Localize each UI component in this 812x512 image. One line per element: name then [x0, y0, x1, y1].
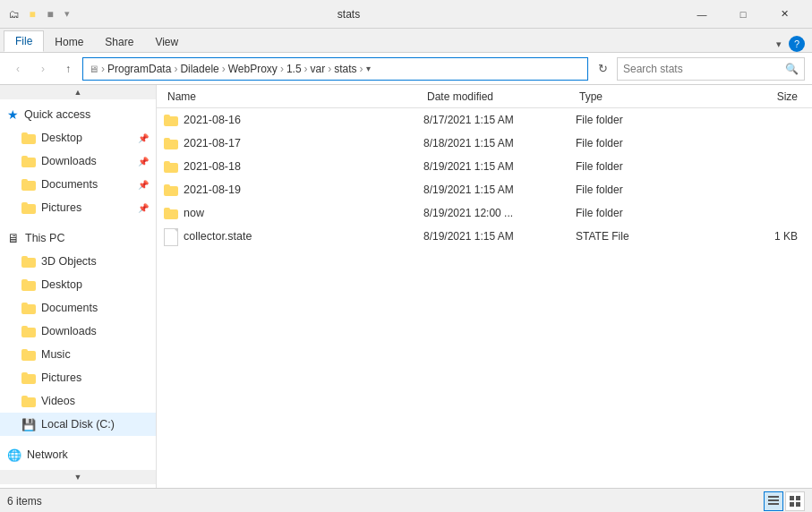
file-name-cell: 2021-08-18	[164, 160, 423, 173]
pin-icon: 📌	[138, 203, 149, 213]
folder-icon	[21, 201, 36, 214]
tab-view[interactable]: View	[144, 32, 189, 52]
minimize-button[interactable]: —	[681, 0, 722, 29]
folder-icon	[164, 114, 178, 126]
ribbon: File Home Share View ▾ ?	[0, 29, 812, 53]
sidebar-label: Videos	[41, 395, 75, 407]
file-date-cell: 8/19/2021 12:00 ...	[423, 207, 576, 219]
sidebar-item-pictures-quick[interactable]: Pictures 📌	[0, 196, 156, 219]
sidebar-item-documents-quick[interactable]: Documents 📌	[0, 173, 156, 196]
close-button[interactable]: ✕	[764, 0, 805, 29]
details-view-button[interactable]	[764, 491, 783, 511]
folder-icon	[21, 255, 36, 268]
address-path[interactable]: 🖥 › ProgramData › Diladele › WebProxy › …	[82, 57, 588, 81]
sidebar-item-desktop-quick[interactable]: Desktop 📌	[0, 126, 156, 149]
path-segment-1[interactable]: Diladele	[180, 63, 218, 75]
sidebar-item-downloads-quick[interactable]: Downloads 📌	[0, 149, 156, 173]
file-name-cell: now	[164, 207, 423, 219]
file-name-cell: 2021-08-16	[164, 114, 423, 126]
tab-home[interactable]: Home	[44, 32, 94, 52]
large-icons-view-button[interactable]	[785, 491, 805, 511]
path-segment-2[interactable]: WebProxy	[228, 63, 278, 75]
sidebar-scroll-down[interactable]: ▼	[0, 470, 157, 484]
sidebar-quick-access-label: Quick access	[24, 108, 90, 121]
path-segment-3[interactable]: 1.5	[286, 63, 302, 75]
col-header-type[interactable]: Type	[576, 90, 692, 103]
network-icon: 🌐	[7, 448, 21, 462]
table-row[interactable]: collector.state 8/19/2021 1:15 AM STATE …	[157, 225, 812, 248]
sidebar-item-desktop-pc[interactable]: Desktop	[0, 273, 156, 296]
path-segment-0[interactable]: ProgramData	[107, 63, 171, 75]
up-button[interactable]: ↑	[57, 58, 79, 80]
quick-access-icon: ★	[7, 107, 19, 122]
window-title: stats	[16, 8, 681, 21]
maximize-button[interactable]: □	[722, 0, 764, 29]
path-dropdown-arrow[interactable]: ▾	[366, 64, 371, 73]
window-controls: — □ ✕	[681, 0, 805, 29]
details-view-icon	[767, 495, 780, 508]
folder-icon	[21, 155, 36, 167]
path-root-icon: 🖥	[89, 64, 98, 74]
sidebar-label: Documents	[41, 178, 98, 191]
sidebar-item-documents-pc[interactable]: Documents	[0, 296, 156, 320]
file-date-cell: 8/19/2021 1:15 AM	[423, 160, 576, 173]
folder-icon	[21, 302, 36, 314]
sidebar: ▲ ★ Quick access Desktop 📌 Downloads 📌 D…	[0, 85, 157, 488]
ribbon-expand-button[interactable]: ▾	[773, 37, 785, 52]
tab-share[interactable]: Share	[94, 32, 144, 52]
sidebar-item-3d-objects[interactable]: 3D Objects	[0, 250, 156, 273]
col-header-size[interactable]: Size	[692, 90, 805, 103]
folder-icon	[164, 207, 178, 219]
file-list: 2021-08-16 8/17/2021 1:15 AM File folder…	[157, 108, 812, 488]
folder-icon	[164, 137, 178, 149]
tab-file[interactable]: File	[4, 30, 44, 52]
svg-rect-0	[768, 496, 779, 498]
sidebar-item-this-pc[interactable]: 🖥 This PC	[0, 226, 156, 250]
path-segment-4[interactable]: var	[311, 63, 326, 75]
status-bar: 6 items	[0, 488, 812, 512]
ribbon-extra: ▾ ?	[773, 36, 808, 52]
table-row[interactable]: 2021-08-18 8/19/2021 1:15 AM File folder	[157, 155, 812, 178]
refresh-button[interactable]: ↻	[592, 58, 613, 80]
file-list-header: Name Date modified Type Size	[157, 85, 812, 108]
svg-rect-5	[790, 502, 794, 507]
col-header-date[interactable]: Date modified	[423, 90, 576, 103]
file-date-cell: 8/19/2021 1:15 AM	[423, 183, 576, 196]
title-bar: 🗂 ■ ■ ▾ stats — □ ✕	[0, 0, 812, 29]
col-header-name[interactable]: Name	[164, 90, 423, 103]
pin-icon: 📌	[138, 180, 149, 190]
file-name-cell: 2021-08-19	[164, 183, 423, 196]
sidebar-item-quick-access[interactable]: ★ Quick access	[0, 103, 156, 126]
sidebar-item-local-disk[interactable]: 💾 Local Disk (C:)	[0, 413, 156, 436]
ribbon-tabs: File Home Share View ▾ ?	[0, 29, 812, 52]
svg-rect-4	[796, 496, 800, 500]
search-icon[interactable]: 🔍	[785, 63, 799, 75]
table-row[interactable]: now 8/19/2021 12:00 ... File folder	[157, 201, 812, 225]
sidebar-item-pictures-pc[interactable]: Pictures	[0, 366, 156, 389]
network-section: 🌐 Network	[0, 439, 156, 470]
sidebar-label: Desktop	[41, 278, 82, 291]
disk-icon: 💾	[21, 418, 36, 431]
help-button[interactable]: ?	[789, 36, 805, 52]
path-segment-5[interactable]: stats	[334, 63, 356, 75]
sidebar-label: Downloads	[41, 325, 97, 337]
file-size-cell: 1 KB	[692, 230, 805, 243]
pc-icon: 🖥	[7, 231, 20, 245]
sidebar-scroll-up[interactable]: ▲	[0, 85, 157, 99]
table-row[interactable]: 2021-08-16 8/17/2021 1:15 AM File folder	[157, 108, 812, 132]
pin-icon: 📌	[138, 157, 149, 166]
file-type-cell: File folder	[576, 137, 692, 149]
folder-icon	[164, 160, 178, 173]
sidebar-item-network[interactable]: 🌐 Network	[0, 443, 156, 466]
folder-icon	[21, 371, 36, 384]
table-row[interactable]: 2021-08-17 8/18/2021 1:15 AM File folder	[157, 132, 812, 155]
back-button[interactable]: ‹	[7, 58, 29, 80]
forward-button[interactable]: ›	[32, 58, 54, 80]
main-layout: ▲ ★ Quick access Desktop 📌 Downloads 📌 D…	[0, 85, 812, 488]
search-input[interactable]	[623, 63, 782, 75]
sidebar-item-videos[interactable]: Videos	[0, 389, 156, 413]
search-box[interactable]: 🔍	[617, 57, 805, 81]
sidebar-item-music[interactable]: Music	[0, 343, 156, 366]
table-row[interactable]: 2021-08-19 8/19/2021 1:15 AM File folder	[157, 178, 812, 201]
sidebar-item-downloads-pc[interactable]: Downloads	[0, 320, 156, 343]
